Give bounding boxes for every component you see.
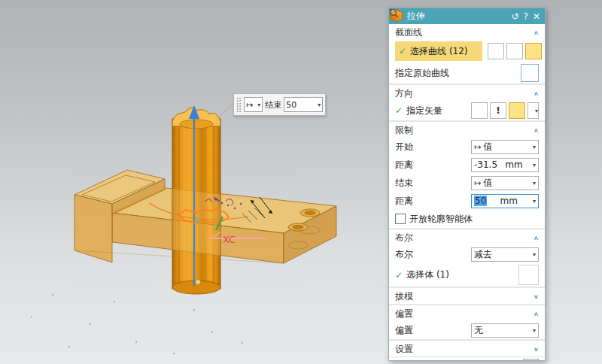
specify-vector-label: 指定矢量 [406,105,469,117]
chevron-down-icon: ▾ [531,198,536,205]
boolean-title: 布尔 [395,232,534,244]
select-body-label: 选择体 (1) [406,268,518,281]
limits-title: 限制 [395,124,534,137]
end-limit-option-dropdown[interactable]: ↦ ▾ [244,97,263,112]
drag-handle[interactable] [236,97,242,112]
draft-header[interactable]: 拔模 ∨ [389,288,545,304]
curve-icon[interactable] [525,43,542,59]
chevron-down-icon: ▾ [315,102,321,108]
end-option-dropdown[interactable]: ↦ 值 ▾ [471,176,539,190]
start-distance-input[interactable]: -31.5 mm ▾ [471,158,539,172]
chevron-down-icon[interactable]: ∨ [534,293,539,300]
boolean-group: 布尔 ∧ 布尔 减去 ▾ ✓ 选择体 (1) [389,228,545,287]
settings-header[interactable]: 设置 ∨ [389,341,545,356]
chevron-up-icon[interactable]: ∧ [534,29,539,36]
viewport-dust [31,294,243,354]
select-curve-row[interactable]: ✓ 选择曲线 (12) [395,41,482,61]
offset-header[interactable]: 偏置 ∧ [389,305,545,321]
boolean-value: 减去 [474,248,492,261]
start-distance-value: -31.5 [474,159,497,170]
chevron-down-icon: ▾ [533,108,538,114]
reset-icon[interactable]: ↺ [512,12,519,21]
draft-group: 拔模 ∨ [389,287,545,304]
check-icon: ✓ [395,270,403,281]
check-icon: ✓ [395,105,403,116]
model-extrude-column[interactable] [172,108,220,294]
show-result-button[interactable] [523,359,539,360]
chevron-up-icon[interactable]: ∧ [534,90,539,97]
dialog-titlebar[interactable]: ⚙ 拉伸 ↺ ? ✕ [389,8,545,24]
settings-title: 设置 [395,343,534,356]
chevron-down-icon: ▾ [531,144,536,150]
start-distance-label: 距离 [395,159,471,171]
chevron-down-icon: ▾ [255,102,260,108]
specify-origin-curve-label: 指定原始曲线 [395,67,518,80]
onscreen-input-toolbar[interactable]: ↦ ▾ 结束 50 ▾ [233,93,326,116]
curve-rule-icon[interactable] [506,43,523,59]
start-option-dropdown[interactable]: ↦ 值 ▾ [471,140,539,154]
application-window: XC ↦ ▾ 结束 50 ▾ ⚙ 拉伸 ↺ ? ✕ 截面线 [0,0,602,364]
end-distance-unit: mm [500,196,517,206]
select-body-button[interactable] [518,265,539,285]
boolean-dropdown[interactable]: 减去 ▾ [471,247,539,262]
end-distance-label: 距离 [395,195,471,208]
deselect-icon[interactable] [471,102,488,119]
end-distance-input[interactable]: 50 mm ▾ [471,194,539,208]
vector-dialog-icon[interactable] [509,102,525,119]
reverse-direction-icon[interactable]: ! [490,102,506,119]
boolean-header[interactable]: 布尔 ∧ [389,229,545,245]
dialog-title: 拉伸 [407,10,507,23]
chevron-up-icon[interactable]: ∧ [534,127,539,134]
start-label: 开始 [395,141,471,153]
tooltip-leader-line [217,104,233,119]
offset-title: 偏置 [395,308,534,320]
draft-title: 拔模 [395,290,534,303]
chevron-down-icon: ▾ [531,251,536,258]
vector-options-dropdown[interactable]: ▾ [528,102,539,119]
end-distance-input[interactable]: 50 ▾ [284,97,323,112]
xc-axis-label: XC [223,234,236,245]
check-icon: ✓ [399,46,406,56]
profile-curve-icon[interactable] [521,64,539,82]
offset-label: 偏置 [395,324,471,337]
limits-header[interactable]: 限制 ∧ [389,122,545,138]
boolean-label: 布尔 [395,248,471,261]
chevron-down-icon[interactable]: ∨ [534,346,539,353]
offset-group: 偏置 ∧ 偏置 无 ▾ [389,304,545,339]
extrude-dialog: ⚙ 拉伸 ↺ ? ✕ 截面线 ∧ ✓ 选择曲线 (12) [388,8,546,361]
offset-dropdown[interactable]: 无 ▾ [471,323,539,338]
end-distance-value: 50 [286,100,296,110]
direction-header[interactable]: 方向 ∧ [389,85,545,101]
open-profile-label: 开放轮廓智能体 [409,213,473,226]
section-line-header[interactable]: 截面线 ∧ [389,24,545,40]
maps-to-icon: ↦ [474,142,481,152]
deselect-icon[interactable] [488,43,504,59]
end-option-value: 值 [483,177,492,190]
settings-group: 设置 ∨ 预览 显示结果 [389,339,545,360]
end-label: 结束 [395,177,471,190]
chevron-down-icon: ▾ [531,327,536,334]
offset-value: 无 [474,324,483,337]
chevron-up-icon[interactable]: ∧ [534,235,539,241]
section-line-group: 截面线 ∧ ✓ 选择曲线 (12) [389,24,545,83]
select-curve-label: 选择曲线 (12) [410,45,467,58]
direction-group: 方向 ∧ ✓ 指定矢量 ! ▾ [389,83,545,120]
limits-group: 限制 ∧ 开始 ↦ 值 ▾ 距离 -31.5 mm ▾ [389,120,545,228]
close-icon[interactable]: ✕ [533,12,540,21]
maps-to-icon: ↦ [246,100,253,110]
end-distance-label: 结束 [265,99,281,111]
maps-to-icon: ↦ [474,178,481,188]
chevron-up-icon[interactable]: ∧ [534,311,539,317]
chevron-down-icon: ▾ [531,180,536,187]
open-profile-checkbox[interactable] [395,214,406,224]
end-distance-value: 50 [474,196,487,206]
section-line-title: 截面线 [395,26,534,39]
direction-title: 方向 [395,87,534,100]
chevron-down-icon: ▾ [531,162,536,168]
start-distance-unit: mm [505,159,522,170]
help-icon[interactable]: ? [524,12,528,21]
dialog-body: 截面线 ∧ ✓ 选择曲线 (12) [389,24,545,360]
start-option-value: 值 [483,141,492,153]
